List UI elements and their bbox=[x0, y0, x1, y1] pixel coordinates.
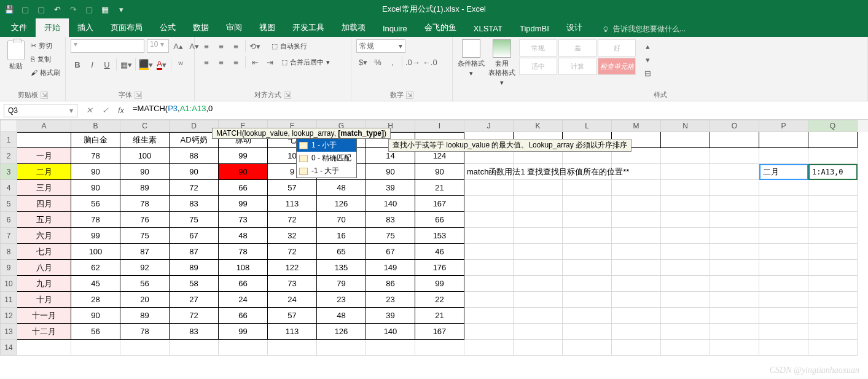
cell[interactable] bbox=[808, 276, 858, 292]
enter-formula-icon[interactable]: ✓ bbox=[97, 103, 113, 119]
cell[interactable] bbox=[120, 340, 170, 356]
cell[interactable] bbox=[514, 196, 563, 212]
tab-addins[interactable]: 加载项 bbox=[333, 18, 374, 37]
align-center-button[interactable]: ≡ bbox=[214, 55, 228, 69]
cell[interactable]: 48 bbox=[317, 180, 366, 196]
cell[interactable] bbox=[514, 340, 563, 356]
cell[interactable]: 八月 bbox=[17, 260, 71, 276]
cell[interactable]: 167 bbox=[415, 196, 464, 212]
cell[interactable] bbox=[759, 260, 808, 276]
style-check[interactable]: 检查单元格 bbox=[598, 58, 636, 75]
cell[interactable] bbox=[219, 340, 268, 356]
cell[interactable] bbox=[612, 244, 661, 260]
cell[interactable] bbox=[710, 244, 759, 260]
fill-color-button[interactable]: ⬛▾ bbox=[138, 58, 154, 71]
number-format-select[interactable]: 常规▾ bbox=[356, 39, 405, 53]
cell[interactable] bbox=[612, 308, 661, 324]
cell[interactable] bbox=[563, 196, 612, 212]
cell[interactable]: 二月 bbox=[759, 164, 808, 180]
cell[interactable]: 七月 bbox=[17, 244, 71, 260]
cell[interactable]: 135 bbox=[317, 260, 366, 276]
cell[interactable]: 78 bbox=[120, 324, 170, 340]
tab-insert[interactable]: 插入 bbox=[69, 18, 102, 37]
cell[interactable]: 83 bbox=[170, 324, 219, 340]
cell[interactable] bbox=[612, 324, 661, 340]
align-right-button[interactable]: ≡ bbox=[229, 55, 243, 69]
cell[interactable] bbox=[17, 340, 71, 356]
column-header[interactable]: A bbox=[17, 120, 71, 132]
cell[interactable]: 39 bbox=[366, 308, 415, 324]
column-header[interactable]: O bbox=[710, 120, 759, 132]
style-calc[interactable]: 计算 bbox=[558, 58, 596, 75]
cell[interactable]: 126 bbox=[317, 196, 366, 212]
cell[interactable] bbox=[170, 340, 219, 356]
cell[interactable]: 87 bbox=[170, 244, 219, 260]
cell[interactable]: 89 bbox=[120, 308, 170, 324]
cell[interactable] bbox=[464, 180, 514, 196]
column-header[interactable]: L bbox=[563, 120, 612, 132]
cell[interactable] bbox=[464, 212, 514, 228]
column-header[interactable]: P bbox=[759, 120, 808, 132]
column-header[interactable]: M bbox=[612, 120, 661, 132]
cell[interactable] bbox=[612, 180, 661, 196]
phonetic-button[interactable]: ᵂ bbox=[174, 58, 187, 71]
cell[interactable] bbox=[710, 276, 759, 292]
cell[interactable] bbox=[612, 292, 661, 308]
row-header[interactable]: 7 bbox=[0, 228, 17, 244]
cell[interactable]: 16 bbox=[317, 228, 366, 244]
cell[interactable] bbox=[514, 292, 563, 308]
cell[interactable] bbox=[612, 340, 661, 356]
cell[interactable] bbox=[17, 132, 71, 148]
cell[interactable]: 脑白金 bbox=[71, 132, 120, 148]
tab-data[interactable]: 数据 bbox=[184, 18, 217, 37]
cell[interactable]: 113 bbox=[268, 324, 317, 340]
cell[interactable] bbox=[612, 260, 661, 276]
cell[interactable] bbox=[563, 292, 612, 308]
cell[interactable]: 24 bbox=[268, 292, 317, 308]
tab-tipdm[interactable]: TipdmBI bbox=[511, 20, 558, 37]
cell[interactable] bbox=[514, 180, 563, 196]
cell[interactable]: 73 bbox=[219, 212, 268, 228]
cell[interactable]: 67 bbox=[170, 228, 219, 244]
tab-inquire[interactable]: Inquire bbox=[374, 20, 416, 37]
cell[interactable] bbox=[563, 228, 612, 244]
cell[interactable] bbox=[563, 260, 612, 276]
column-headers[interactable]: ABCDEFGHIJKLMNOPQ bbox=[0, 120, 868, 132]
row-header[interactable]: 4 bbox=[0, 180, 17, 196]
cell[interactable] bbox=[514, 308, 563, 324]
cell[interactable] bbox=[661, 244, 710, 260]
cell[interactable]: AD钙奶 bbox=[170, 132, 219, 148]
cell[interactable] bbox=[464, 260, 514, 276]
cell[interactable]: 66 bbox=[415, 212, 464, 228]
cell[interactable] bbox=[661, 228, 710, 244]
cell[interactable]: 78 bbox=[219, 244, 268, 260]
cell[interactable] bbox=[759, 324, 808, 340]
undo-icon[interactable]: ↶ bbox=[52, 4, 63, 15]
cell[interactable] bbox=[661, 260, 710, 276]
cell[interactable]: 57 bbox=[268, 308, 317, 324]
cell[interactable]: 90 bbox=[170, 164, 219, 180]
cell[interactable]: 140 bbox=[366, 324, 415, 340]
cell[interactable] bbox=[710, 212, 759, 228]
cell[interactable]: 20 bbox=[120, 292, 170, 308]
cell[interactable] bbox=[710, 308, 759, 324]
style-normal[interactable]: 常规 bbox=[519, 39, 557, 57]
column-header[interactable]: C bbox=[120, 120, 170, 132]
cell[interactable] bbox=[710, 196, 759, 212]
tab-layout[interactable]: 页面布局 bbox=[102, 18, 151, 37]
cell[interactable]: 21 bbox=[415, 180, 464, 196]
cell[interactable] bbox=[464, 244, 514, 260]
qat-icon-1[interactable]: ▢ bbox=[20, 4, 31, 15]
cell[interactable]: 108 bbox=[219, 260, 268, 276]
name-box[interactable]: Q3▾ bbox=[4, 104, 77, 117]
italic-button[interactable]: I bbox=[85, 58, 99, 71]
decrease-indent-button[interactable]: ⇤ bbox=[248, 55, 262, 69]
cell[interactable] bbox=[661, 148, 710, 164]
cell[interactable] bbox=[710, 164, 759, 180]
cell[interactable] bbox=[464, 228, 514, 244]
cell[interactable] bbox=[661, 324, 710, 340]
merge-center-button[interactable]: ⬚ 合并后居中 ▾ bbox=[281, 56, 330, 68]
cell[interactable] bbox=[710, 180, 759, 196]
align-bottom-button[interactable]: ≡ bbox=[229, 39, 243, 53]
cell[interactable]: 99 bbox=[415, 276, 464, 292]
